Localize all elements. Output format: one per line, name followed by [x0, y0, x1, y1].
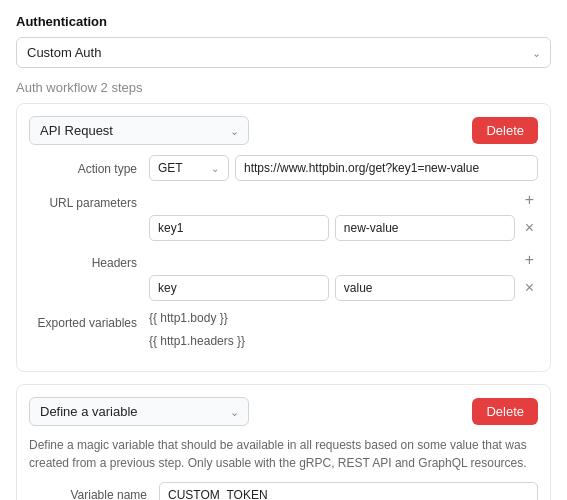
variable-name-row: Variable name — [29, 482, 538, 500]
url-params-add-row: + — [149, 189, 538, 211]
param-remove-button[interactable]: × — [521, 217, 538, 239]
exported-vars-label: Exported variables — [29, 309, 149, 330]
exported-var1: {{ http1.body }} — [149, 309, 538, 328]
step1-type-wrapper: API Request ⌄ — [29, 116, 249, 145]
exported-vars-row: Exported variables {{ http1.body }} {{ h… — [29, 309, 538, 351]
header-item: × — [149, 275, 538, 301]
headers-add-row: + — [149, 249, 538, 271]
header-remove-button[interactable]: × — [521, 277, 538, 299]
url-params-label: URL parameters — [29, 189, 149, 210]
step1-header: API Request ⌄ Delete — [29, 116, 538, 145]
step2-delete-button[interactable]: Delete — [472, 398, 538, 425]
step1-card: API Request ⌄ Delete Action type GET ⌄ U… — [16, 103, 551, 372]
url-params-content: + × — [149, 189, 538, 241]
auth-type-select-wrapper: Custom Auth ⌄ — [16, 37, 551, 68]
variable-name-input[interactable] — [159, 482, 538, 500]
step2-description: Define a magic variable that should be a… — [29, 436, 538, 472]
headers-content: + × — [149, 249, 538, 301]
url-input[interactable] — [235, 155, 538, 181]
url-param-item: × — [149, 215, 538, 241]
action-type-content: GET ⌄ — [149, 155, 538, 181]
action-type-row: Action type GET ⌄ — [29, 155, 538, 181]
workflow-header: Auth workflow 2 steps — [16, 80, 551, 95]
header-key-input[interactable] — [149, 275, 329, 301]
step2-type-select[interactable]: Define a variable — [29, 397, 249, 426]
header-value-input[interactable] — [335, 275, 515, 301]
variable-name-label: Variable name — [29, 488, 159, 500]
headers-label: Headers — [29, 249, 149, 270]
url-params-row: URL parameters + × — [29, 189, 538, 241]
step1-delete-button[interactable]: Delete — [472, 117, 538, 144]
method-select[interactable]: GET — [149, 155, 229, 181]
auth-type-select[interactable]: Custom Auth — [16, 37, 551, 68]
step2-header: Define a variable ⌄ Delete — [29, 397, 538, 426]
step2-type-wrapper: Define a variable ⌄ — [29, 397, 249, 426]
exported-var2: {{ http1.headers }} — [149, 332, 538, 351]
action-type-label: Action type — [29, 155, 149, 176]
param-key-input[interactable] — [149, 215, 329, 241]
headers-row: Headers + × — [29, 249, 538, 301]
step1-type-select[interactable]: API Request — [29, 116, 249, 145]
authentication-title: Authentication — [16, 14, 551, 29]
exported-vars-content: {{ http1.body }} {{ http1.headers }} — [149, 309, 538, 351]
step2-card: Define a variable ⌄ Delete Define a magi… — [16, 384, 551, 500]
method-select-wrapper: GET ⌄ — [149, 155, 229, 181]
param-value-input[interactable] — [335, 215, 515, 241]
headers-add-button[interactable]: + — [521, 249, 538, 271]
url-params-add-button[interactable]: + — [521, 189, 538, 211]
